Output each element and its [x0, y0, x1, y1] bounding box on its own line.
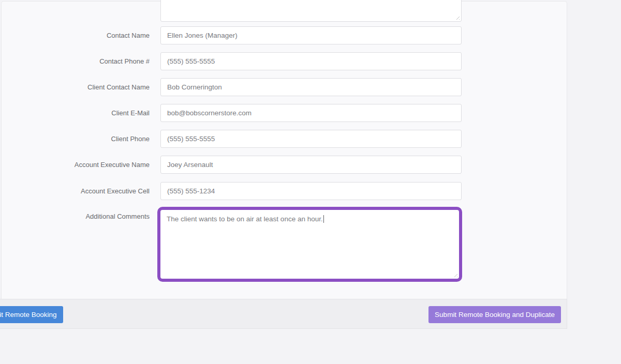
top-notes-textarea[interactable]	[160, 0, 462, 22]
resize-handle-icon[interactable]	[455, 15, 460, 20]
client-contact-name-label: Client Contact Name	[0, 83, 150, 91]
account-executive-name-label: Account Executive Name	[0, 161, 150, 169]
form-row: Contact Name	[0, 26, 621, 44]
additional-comments-label: Additional Comments	[0, 213, 150, 220]
submit-remote-booking-button[interactable]: Submit Remote Booking	[0, 306, 63, 323]
additional-comments-text: The client wants to be on air at least o…	[167, 215, 323, 223]
contact-name-input[interactable]	[160, 26, 462, 44]
contact-phone-label: Contact Phone #	[0, 57, 150, 65]
client-contact-name-input[interactable]	[160, 78, 462, 96]
form-row: Contact Phone #	[0, 52, 621, 70]
contact-phone-input[interactable]	[160, 52, 462, 70]
client-phone-label: Client Phone	[0, 135, 150, 143]
contact-name-label: Contact Name	[0, 32, 150, 39]
submit-remote-booking-duplicate-button[interactable]: Submit Remote Booking and Duplicate	[428, 306, 561, 323]
form-row: Account Executive Name	[0, 156, 621, 174]
form-row: Client Phone	[0, 130, 621, 148]
form-row-comments: Additional Comments The client wants to …	[0, 207, 621, 282]
form-row: Client Contact Name	[0, 78, 621, 96]
client-email-input[interactable]	[160, 104, 462, 122]
resize-handle-icon[interactable]	[453, 272, 457, 277]
text-caret	[323, 215, 324, 223]
client-phone-input[interactable]	[160, 130, 462, 148]
additional-comments-highlight: The client wants to be on air at least o…	[157, 207, 462, 282]
account-executive-cell-label: Account Executive Cell	[0, 187, 150, 195]
form-row: Client E-Mail	[0, 104, 621, 122]
account-executive-cell-input[interactable]	[160, 182, 462, 200]
form-row: Account Executive Cell	[0, 182, 621, 200]
client-email-label: Client E-Mail	[0, 109, 150, 117]
account-executive-name-input[interactable]	[160, 156, 462, 174]
booking-form-page: Contact Name Contact Phone # Client Cont…	[0, 0, 621, 364]
additional-comments-textarea[interactable]: The client wants to be on air at least o…	[160, 210, 459, 279]
